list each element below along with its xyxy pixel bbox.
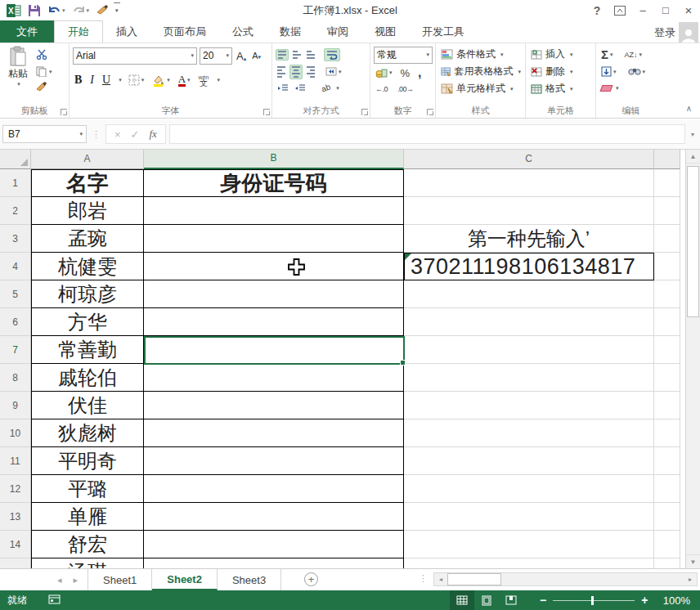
cell-C6[interactable] bbox=[404, 308, 654, 336]
cell-A3[interactable]: 孟琬 bbox=[31, 225, 144, 253]
ribbon-tab-文件[interactable]: 文件 bbox=[0, 20, 54, 43]
underline-button[interactable]: U bbox=[101, 73, 112, 87]
save-button[interactable] bbox=[26, 2, 43, 19]
cell-C8[interactable] bbox=[404, 364, 654, 392]
row-header-10[interactable]: 10 bbox=[0, 419, 31, 447]
row-header-5[interactable]: 5 bbox=[0, 280, 31, 308]
close-button[interactable]: × bbox=[677, 0, 700, 20]
row-header-2[interactable]: 2 bbox=[0, 197, 31, 225]
orientation-dropdown-icon[interactable]: ▾ bbox=[336, 85, 339, 92]
fill-button[interactable]: ▾ bbox=[599, 65, 618, 78]
ribbon-tab-开发工具[interactable]: 开发工具 bbox=[409, 20, 478, 43]
cell-A9[interactable]: 伏佳 bbox=[31, 392, 144, 419]
paste-dropdown-icon[interactable]: ▾ bbox=[17, 81, 20, 87]
row-header-12[interactable]: 12 bbox=[0, 475, 31, 503]
scroll-left-icon[interactable]: ◂ bbox=[434, 573, 447, 585]
font-size-combo[interactable]: 20▾ bbox=[200, 47, 232, 65]
paste-button[interactable]: 粘贴 ▾ bbox=[3, 46, 33, 95]
align-bottom-button[interactable] bbox=[305, 50, 316, 60]
underline-dropdown-icon[interactable]: ▾ bbox=[119, 77, 122, 83]
redo-button[interactable]: ▾ bbox=[70, 2, 92, 19]
ribbon-tab-数据[interactable]: 数据 bbox=[267, 20, 314, 43]
cell-C3[interactable]: 第一种先输入’ bbox=[404, 225, 654, 253]
cell-D5[interactable] bbox=[654, 280, 680, 308]
cell-B10[interactable] bbox=[144, 419, 404, 447]
zoom-slider[interactable] bbox=[553, 600, 635, 601]
minimize-button[interactable]: – bbox=[631, 0, 654, 20]
comma-style-button[interactable]: , bbox=[416, 65, 423, 81]
alignment-dialog-launcher[interactable] bbox=[361, 109, 368, 115]
ribbon-tab-公式[interactable]: 公式 bbox=[219, 20, 267, 43]
cell-A15[interactable]: 汤琪 bbox=[31, 558, 144, 568]
delete-cells-button[interactable]: 删除▾ bbox=[529, 63, 593, 80]
cell-D14[interactable] bbox=[654, 531, 680, 558]
row-header-3[interactable]: 3 bbox=[0, 225, 31, 253]
cell-B1[interactable]: 身份证号码 bbox=[144, 169, 404, 197]
cell-B6[interactable] bbox=[144, 308, 404, 336]
format-painter-icon[interactable] bbox=[94, 2, 110, 19]
cancel-button[interactable]: × bbox=[114, 128, 121, 141]
cell-C5[interactable] bbox=[404, 280, 654, 308]
macro-record-icon[interactable] bbox=[48, 594, 61, 607]
cell-B12[interactable] bbox=[144, 475, 404, 503]
row-header-1[interactable]: 1 bbox=[0, 169, 31, 197]
ribbon-tab-开始[interactable]: 开始 bbox=[54, 20, 103, 43]
cell-B8[interactable] bbox=[144, 364, 404, 392]
ribbon-tab-页面布局[interactable]: 页面布局 bbox=[150, 20, 219, 43]
avatar[interactable] bbox=[679, 22, 698, 43]
format-as-table-button[interactable]: 套用表格格式▾ bbox=[439, 63, 523, 80]
cell-A5[interactable]: 柯琼彦 bbox=[31, 280, 144, 308]
row-header-13[interactable]: 13 bbox=[0, 503, 31, 531]
cell-B13[interactable] bbox=[144, 503, 404, 531]
cell-A2[interactable]: 郎岩 bbox=[31, 197, 144, 225]
cell-C13[interactable] bbox=[404, 503, 654, 531]
column-header-D-sliver[interactable] bbox=[654, 150, 680, 169]
cell-A4[interactable]: 杭健雯 bbox=[31, 253, 144, 280]
horizontal-scroll-thumb[interactable] bbox=[447, 573, 501, 585]
new-sheet-button[interactable]: + bbox=[304, 572, 318, 586]
cell-C10[interactable] bbox=[404, 419, 654, 447]
insert-function-button[interactable]: fx bbox=[150, 128, 157, 141]
horizontal-scrollbar[interactable]: ◂ ▸ bbox=[433, 572, 698, 586]
format-cells-button[interactable]: 格式▾ bbox=[529, 80, 593, 97]
sheet-tab-Sheet3[interactable]: Sheet3 bbox=[218, 569, 281, 590]
maximize-button[interactable]: □ bbox=[654, 0, 677, 20]
cell-D12[interactable] bbox=[654, 475, 680, 503]
zoom-level-label[interactable]: 100% bbox=[663, 590, 690, 610]
cell-D2[interactable] bbox=[654, 197, 680, 225]
clear-button[interactable]: ▾ bbox=[599, 84, 621, 92]
align-right-button[interactable] bbox=[305, 65, 316, 78]
enter-button[interactable]: ✓ bbox=[131, 128, 140, 141]
ribbon-tab-审阅[interactable]: 审阅 bbox=[314, 20, 361, 43]
formula-bar-expand-icon[interactable]: ▾ bbox=[685, 131, 700, 138]
cell-D4[interactable] bbox=[654, 253, 680, 280]
redo-dropdown-icon[interactable]: ▾ bbox=[87, 7, 90, 14]
cut-button[interactable] bbox=[36, 48, 52, 63]
cell-A6[interactable]: 方华 bbox=[31, 308, 144, 336]
cell-C9[interactable] bbox=[404, 392, 654, 419]
help-button[interactable]: ? bbox=[586, 0, 608, 20]
column-header-B[interactable]: B bbox=[144, 150, 404, 169]
column-header-C[interactable]: C bbox=[404, 150, 654, 169]
cell-B14[interactable] bbox=[144, 531, 404, 558]
cell-C11[interactable] bbox=[404, 447, 654, 475]
zoom-out-button[interactable]: − bbox=[540, 594, 546, 607]
cell-A12[interactable]: 平璐 bbox=[31, 475, 144, 503]
row-header-9[interactable]: 9 bbox=[0, 392, 31, 419]
tab-scroll-splitter[interactable]: ⋮ bbox=[419, 573, 428, 584]
row-header-15[interactable]: 15 bbox=[0, 558, 31, 568]
cell-A7[interactable]: 常善勤 bbox=[31, 336, 144, 364]
scroll-up-icon[interactable]: ▲ bbox=[686, 150, 700, 164]
cell-D13[interactable] bbox=[654, 503, 680, 531]
cell-styles-button[interactable]: 单元格样式▾ bbox=[439, 80, 523, 97]
cell-C12[interactable] bbox=[404, 475, 654, 503]
row-header-6[interactable]: 6 bbox=[0, 308, 31, 336]
cell-A10[interactable]: 狄彪树 bbox=[31, 419, 144, 447]
cell-D3[interactable] bbox=[654, 225, 680, 253]
font-name-combo[interactable]: Arial▾ bbox=[73, 47, 197, 65]
sign-in-link[interactable]: 登录 bbox=[654, 25, 675, 40]
cell-B2[interactable] bbox=[144, 197, 404, 225]
conditional-formatting-button[interactable]: 条件格式▾ bbox=[439, 46, 523, 63]
zoom-slider-thumb[interactable] bbox=[591, 596, 594, 605]
row-header-14[interactable]: 14 bbox=[0, 531, 31, 558]
